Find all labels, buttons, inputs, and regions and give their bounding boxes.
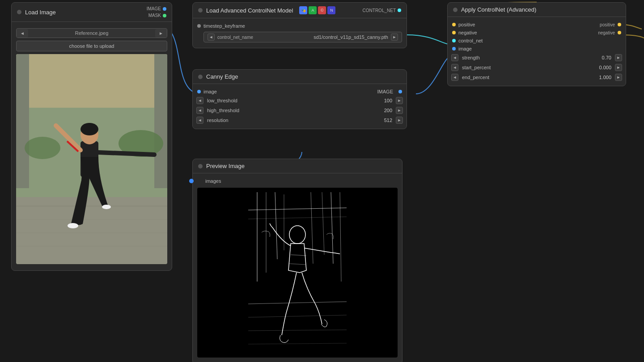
low-threshold-row: ◄ low_threshold 100 ► [193, 96, 407, 105]
positive-out-label: positive [600, 22, 615, 27]
images-label: images [205, 178, 221, 184]
svg-point-18 [68, 223, 78, 228]
control-net-in-label: control_net [458, 38, 483, 43]
svg-rect-3 [16, 54, 29, 188]
canny-image-out-label: IMAGE [377, 89, 393, 94]
image-navigator: ◄ Reference.jpeg ► [16, 28, 167, 38]
canny-image-in-port[interactable] [197, 90, 201, 93]
end-percent-row: ◄ end_percent 1.000 ► [448, 72, 626, 82]
start-percent-row: ◄ start_percent 0.000 ► [448, 63, 626, 72]
canny-edge-result [248, 192, 347, 353]
node-status-dot [17, 10, 21, 14]
controlnet-model-header: Load Advanced ControlNet Model 🎭 A © N C… [193, 3, 407, 18]
cn-next-btn[interactable]: ► [391, 34, 398, 41]
svg-point-13 [80, 123, 98, 135]
resolution-label: resolution [205, 118, 375, 123]
cn-name-value: sd1/control_v11p_sd15_canny.pth [314, 34, 388, 40]
node-status-dot-2 [198, 8, 203, 13]
strength-label: strength [460, 55, 594, 60]
control-net-in-port[interactable] [452, 39, 456, 42]
controlnet-model-node: Load Advanced ControlNet Model 🎭 A © N C… [192, 2, 407, 48]
timestep-keyframe-row: timestep_keyframe [193, 22, 407, 30]
node-status-dot-5 [198, 164, 203, 168]
badge-icon-2: A [309, 6, 317, 14]
end-next-btn[interactable]: ► [615, 74, 622, 81]
upload-button[interactable]: choose file to upload [16, 41, 167, 51]
low-threshold-value: 100 [377, 98, 392, 103]
image-in-label: image [458, 46, 472, 51]
high-threshold-prev-btn[interactable]: ◄ [196, 107, 203, 114]
image-output-port[interactable] [163, 7, 166, 11]
control-net-output-port[interactable] [398, 8, 401, 12]
preview-image-content: images [193, 173, 402, 362]
start-percent-label: start_percent [460, 65, 594, 70]
canny-edge-node: Canny Edge image IMAGE ◄ low_threshold 1… [192, 69, 407, 129]
svg-rect-2 [16, 197, 167, 264]
strength-row: ◄ strength 0.70 ► [448, 53, 626, 63]
svg-line-15 [98, 152, 154, 155]
resolution-prev-btn[interactable]: ◄ [196, 117, 203, 124]
end-prev-btn[interactable]: ◄ [451, 74, 458, 81]
cn-name-label: control_net_name [217, 35, 253, 40]
image-in-port[interactable] [452, 47, 456, 51]
badge-icon-3: © [318, 6, 326, 14]
resolution-next-btn[interactable]: ► [396, 117, 403, 124]
negative-out-label: negative [598, 30, 615, 35]
images-port-row: images [193, 177, 402, 185]
canny-edge-content: image IMAGE ◄ low_threshold 100 ► ◄ high… [193, 84, 407, 129]
control-net-output-label: CONTROL_NET [363, 8, 396, 13]
low-threshold-next-btn[interactable]: ► [396, 97, 403, 104]
high-threshold-row: ◄ high_threshold 200 ► [193, 105, 407, 115]
cn-prev-btn[interactable]: ◄ [208, 34, 215, 41]
apply-controlnet-header: Apply ControlNet (Advanced) [448, 3, 626, 17]
image-preview [16, 54, 167, 264]
controlnet-model-title: Load Advanced ControlNet Model [206, 7, 293, 14]
preview-image-node: Preview Image images [192, 159, 402, 362]
control-net-name-input[interactable]: ◄ control_net_name sd1/control_v11p_sd15… [203, 32, 402, 42]
negative-out-port[interactable] [618, 31, 621, 34]
low-threshold-prev-btn[interactable]: ◄ [196, 97, 203, 104]
svg-rect-1 [16, 54, 167, 108]
canny-edge-header: Canny Edge [193, 70, 407, 84]
positive-out-port[interactable] [618, 23, 621, 26]
high-threshold-next-btn[interactable]: ► [396, 107, 403, 114]
timestep-port[interactable] [197, 24, 201, 28]
node-status-dot-3 [198, 75, 203, 79]
svg-point-6 [25, 137, 60, 159]
start-next-btn[interactable]: ► [615, 64, 622, 71]
canny-image-out-port[interactable] [398, 90, 402, 93]
negative-in-port[interactable] [452, 31, 456, 34]
timestep-label: timestep_keyframe [203, 23, 245, 29]
badge-icon-4: N [327, 6, 335, 14]
control-net-row: control_net [448, 37, 626, 45]
end-percent-label: end_percent [460, 75, 594, 80]
dancer-image [16, 54, 167, 264]
strength-prev-btn[interactable]: ◄ [451, 54, 458, 61]
high-threshold-label: high_threshold [205, 108, 375, 113]
apply-controlnet-title: Apply ControlNet (Advanced) [461, 6, 536, 13]
strength-next-btn[interactable]: ► [615, 54, 622, 61]
canny-preview-image [197, 188, 398, 358]
controlnet-model-content: timestep_keyframe ◄ control_net_name sd1… [193, 18, 407, 48]
load-image-node: Load Image IMAGE MASK ◄ Reference.jpeg ►… [11, 2, 172, 271]
positive-in-port[interactable] [452, 23, 456, 26]
preview-image-header: Preview Image [193, 159, 402, 173]
positive-row: positive positive [448, 21, 626, 29]
images-port[interactable] [189, 179, 194, 183]
mask-output-port[interactable] [163, 14, 166, 17]
start-prev-btn[interactable]: ◄ [451, 64, 458, 71]
negative-row: negative negative [448, 29, 626, 37]
image-output-label: IMAGE [147, 6, 161, 11]
end-percent-value: 1.000 [596, 75, 611, 80]
preview-image-title: Preview Image [206, 163, 245, 169]
canny-image-label: image [203, 89, 217, 94]
load-image-content: ◄ Reference.jpeg ► choose file to upload [12, 22, 172, 270]
next-image-button[interactable]: ► [155, 29, 167, 38]
apply-controlnet-content: positive positive negative negative cont… [448, 17, 626, 86]
start-percent-value: 0.000 [596, 65, 611, 70]
prev-image-button[interactable]: ◄ [17, 29, 28, 38]
resolution-value: 512 [377, 118, 392, 123]
svg-rect-4 [154, 54, 167, 188]
control-net-name-row: ◄ control_net_name sd1/control_v11p_sd15… [193, 30, 407, 44]
svg-point-19 [102, 205, 111, 209]
